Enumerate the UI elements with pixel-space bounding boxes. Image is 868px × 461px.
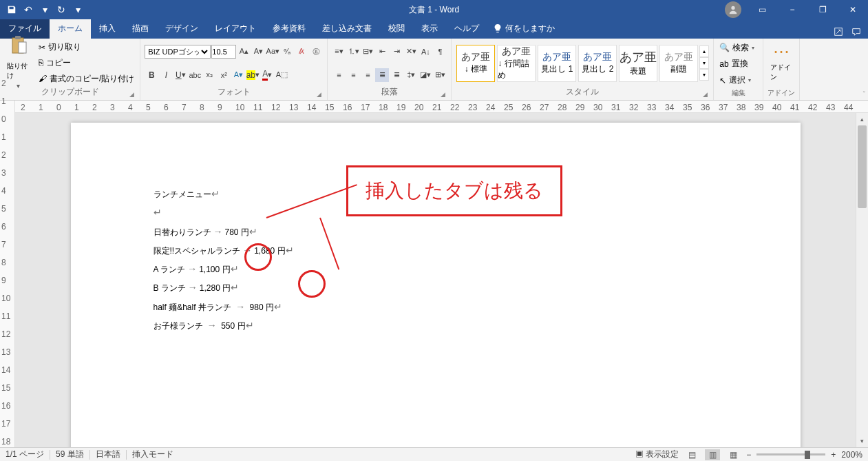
strikethrough-icon[interactable]: abc (188, 68, 202, 82)
tab-references[interactable]: 参考資料 (264, 19, 314, 39)
zoom-slider[interactable] (756, 453, 825, 455)
paragraph-launcher-icon[interactable]: ◢ (438, 91, 447, 99)
group-font: BIZ UDPゴシック A▴ A▾ Aa▾ ᵃ⁄ₐ A̷ ㊄ B I U▾ ab… (140, 39, 328, 100)
font-name-select[interactable]: BIZ UDPゴシック (145, 45, 211, 59)
page[interactable]: ランチメニュー↵ ↵ 日替わりランチ→780 円↵ 限定!!スペシャルランチ→1… (71, 123, 801, 447)
scroll-up-icon[interactable]: ▴ (856, 113, 868, 125)
font-size-input[interactable] (211, 45, 236, 59)
find-button[interactable]: 🔍検索▾ (718, 41, 759, 54)
enclose-char-icon[interactable]: ㊄ (309, 45, 323, 59)
styles-launcher-icon[interactable]: ◢ (701, 91, 709, 99)
view-print-icon[interactable]: ▥ (705, 449, 720, 460)
tell-me-input[interactable]: 何をしますか (487, 19, 563, 39)
status-insert-mode[interactable]: 挿入モード (132, 449, 173, 460)
style-expand-icon[interactable]: ▾ (699, 69, 709, 81)
distributed-icon[interactable]: ≣ (390, 68, 403, 82)
clear-format-icon[interactable]: A̷ (295, 45, 308, 59)
change-case-icon[interactable]: Aa▾ (266, 45, 279, 59)
style-normal[interactable]: あア亜↓ 標準 (456, 45, 495, 82)
replace-button[interactable]: ab置換 (718, 57, 759, 70)
style-subtitle[interactable]: あア亜副題 (659, 45, 698, 82)
share-icon[interactable] (834, 27, 843, 39)
sort-icon[interactable]: A↓ (419, 45, 432, 59)
style-heading2[interactable]: あア亜見出し 2 (578, 45, 617, 82)
superscript-icon[interactable]: x² (217, 68, 231, 82)
underline-icon[interactable]: U▾ (173, 68, 187, 82)
view-read-icon[interactable]: ▤ (684, 449, 699, 460)
copy-button[interactable]: ⎘コピー (37, 57, 136, 70)
scroll-thumb[interactable] (858, 125, 867, 208)
align-center-icon[interactable]: ≡ (346, 68, 360, 82)
qat-customize-icon[interactable]: ▾ (70, 2, 85, 17)
justify-icon[interactable]: ≣ (375, 68, 389, 82)
tab-review[interactable]: 校閲 (380, 19, 413, 39)
display-settings-button[interactable]: ▣ 表示設定 (635, 449, 679, 460)
vertical-ruler[interactable]: 2101234567891011121314151617181920 (0, 101, 15, 447)
zoom-in-icon[interactable]: + (831, 450, 836, 460)
redo-icon[interactable]: ↻ (54, 2, 69, 17)
comments-icon[interactable] (851, 27, 861, 39)
view-web-icon[interactable]: ▦ (726, 449, 741, 460)
close-icon[interactable]: ✕ (838, 0, 868, 19)
italic-icon[interactable]: I (159, 68, 173, 82)
subscript-icon[interactable]: x₂ (202, 68, 216, 82)
format-painter-button[interactable]: 🖌書式のコピー/貼り付け (37, 72, 136, 85)
grow-font-icon[interactable]: A▴ (237, 45, 251, 59)
page-scroll[interactable]: ランチメニュー↵ ↵ 日替わりランチ→780 円↵ 限定!!スペシャルランチ→1… (15, 113, 856, 447)
scroll-down-icon[interactable]: ▾ (856, 435, 868, 447)
select-button[interactable]: ↖選択▾ (718, 74, 759, 87)
phonetic-guide-icon[interactable]: ᵃ⁄ₐ (280, 45, 294, 59)
horizontal-ruler[interactable]: 5432101234567891011121314151617181920212… (15, 101, 868, 113)
font-color-icon[interactable]: A▾ (260, 68, 274, 82)
multilevel-icon[interactable]: ⊟▾ (361, 45, 374, 59)
collapse-ribbon-icon[interactable]: ˇ (863, 91, 865, 99)
character-border-icon[interactable]: A⬚ (275, 68, 288, 82)
status-page[interactable]: 1/1 ページ (6, 449, 44, 460)
style-no-spacing[interactable]: あア亜↓ 行間詰め (497, 45, 536, 82)
minimize-icon[interactable]: − (777, 0, 807, 19)
addins-button[interactable]: ⋯ アドイン (768, 40, 795, 84)
style-heading1[interactable]: あア亜見出し 1 (538, 45, 576, 82)
asian-layout-icon[interactable]: ✕▾ (404, 45, 418, 59)
status-words[interactable]: 59 単語 (56, 449, 84, 460)
borders-icon[interactable]: ⊞▾ (433, 68, 447, 82)
style-scroll-down-icon[interactable]: ▾ (699, 57, 709, 69)
align-left-icon[interactable]: ≡ (332, 68, 346, 82)
user-avatar-icon[interactable] (725, 1, 741, 18)
numbering-icon[interactable]: ⒈▾ (346, 45, 360, 59)
font-launcher-icon[interactable]: ◢ (315, 91, 323, 99)
cut-button[interactable]: ✂切り取り (37, 41, 136, 54)
tab-help[interactable]: ヘルプ (446, 19, 487, 39)
status-language[interactable]: 日本語 (96, 449, 120, 460)
undo-dropdown-icon[interactable]: ▾ (37, 2, 52, 17)
text-effects-icon[interactable]: A▾ (231, 68, 245, 82)
paste-button[interactable]: 貼り付け ▾ (4, 40, 34, 84)
style-title[interactable]: あア亜表題 (619, 45, 657, 82)
tab-design[interactable]: デザイン (157, 19, 207, 39)
line-spacing-icon[interactable]: ‡▾ (404, 68, 418, 82)
tab-draw[interactable]: 描画 (124, 19, 157, 39)
align-right-icon[interactable]: ≡ (361, 68, 374, 82)
tab-layout[interactable]: レイアウト (207, 19, 264, 39)
clipboard-launcher-icon[interactable]: ◢ (127, 91, 136, 99)
shrink-font-icon[interactable]: A▾ (251, 45, 265, 59)
undo-icon[interactable]: ↶ (21, 2, 36, 17)
tab-insert[interactable]: 挿入 (91, 19, 124, 39)
maximize-icon[interactable]: ❐ (807, 0, 838, 19)
bold-icon[interactable]: B (145, 68, 158, 82)
zoom-out-icon[interactable]: − (746, 450, 751, 460)
shading-icon[interactable]: ◪▾ (419, 68, 432, 82)
ribbon-display-options-icon[interactable]: ▭ (747, 0, 777, 19)
increase-indent-icon[interactable]: ⇥ (390, 45, 403, 59)
show-marks-icon[interactable]: ¶ (433, 45, 447, 59)
highlight-icon[interactable]: ab▾ (246, 68, 260, 82)
save-icon[interactable] (4, 2, 19, 17)
bullets-icon[interactable]: ≡▾ (332, 45, 346, 59)
style-scroll-up-icon[interactable]: ▴ (699, 45, 709, 57)
zoom-level[interactable]: 200% (841, 450, 862, 460)
tab-mailings[interactable]: 差し込み文書 (314, 19, 380, 39)
tab-home[interactable]: ホーム (50, 19, 91, 39)
vertical-scrollbar[interactable]: ▴ ▾ (856, 113, 868, 447)
tab-view[interactable]: 表示 (413, 19, 446, 39)
decrease-indent-icon[interactable]: ⇤ (375, 45, 389, 59)
